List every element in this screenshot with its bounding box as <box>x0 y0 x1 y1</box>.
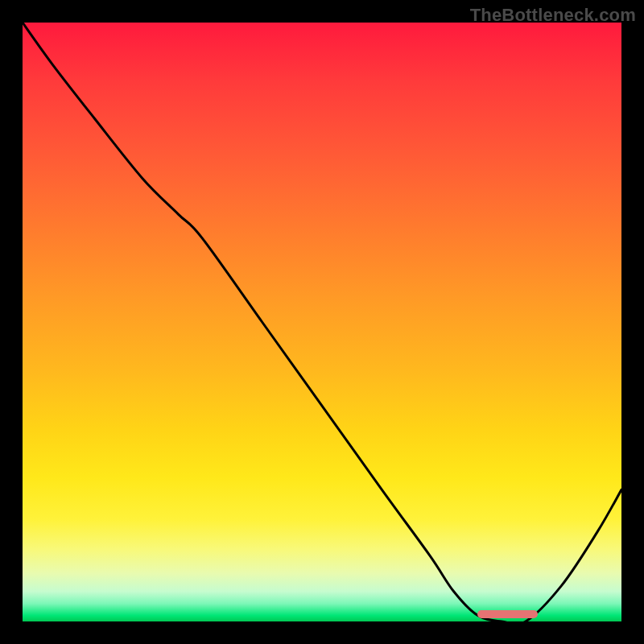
optimal-range-marker <box>477 610 537 618</box>
bottleneck-curve <box>23 23 621 621</box>
plot-area <box>23 23 621 621</box>
chart-frame: TheBottleneck.com <box>0 0 644 644</box>
